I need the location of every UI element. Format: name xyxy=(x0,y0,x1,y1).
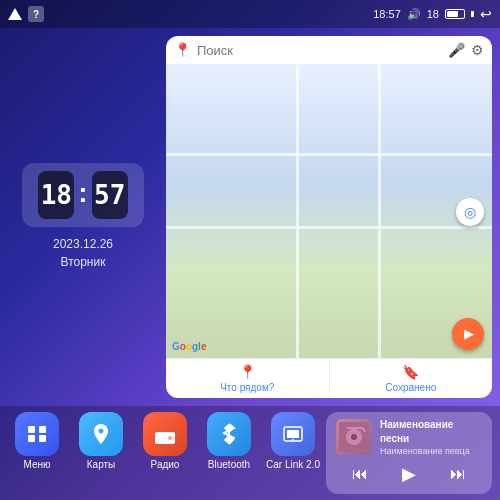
svg-rect-2 xyxy=(28,435,35,442)
app-menu[interactable]: Меню xyxy=(8,412,66,494)
svg-rect-6 xyxy=(157,436,165,438)
music-controls: ⏮ ▶ ⏭ xyxy=(336,456,482,488)
mic-icon[interactable]: 🎤 xyxy=(448,42,465,58)
clock-minutes: 57 xyxy=(92,171,128,219)
music-widget: Наименование песни Наименование певца ⏮ … xyxy=(326,412,492,494)
map-road xyxy=(296,65,299,358)
app-radio[interactable]: Радио xyxy=(136,412,194,494)
svg-point-13 xyxy=(351,434,357,440)
home-icon[interactable] xyxy=(8,8,22,20)
saved-icon: 🔖 xyxy=(402,364,419,380)
maps-app-icon xyxy=(79,412,123,456)
radio-label: Радио xyxy=(151,459,180,470)
map-nearby-button[interactable]: 📍 Что рядом? xyxy=(166,359,330,398)
left-panel: 18 : 57 2023.12.26 Вторник xyxy=(8,36,158,398)
map-road xyxy=(166,226,492,229)
music-artwork xyxy=(336,419,372,455)
map-pin-icon: 📍 xyxy=(174,42,191,58)
main-screen: ? 18:57 🔊 18 ↩ 18 : 57 2023.12.26 Вторни… xyxy=(0,0,500,500)
app-maps[interactable]: Карты xyxy=(72,412,130,494)
svg-rect-1 xyxy=(39,426,46,433)
return-icon[interactable]: ↩ xyxy=(480,6,492,22)
map-road xyxy=(166,153,492,156)
clock-separator: : xyxy=(78,177,87,213)
main-content: 18 : 57 2023.12.26 Вторник 📍 🎤 ⚙ xyxy=(0,28,500,406)
map-area[interactable]: Google ◎ ▶ xyxy=(166,65,492,358)
svg-rect-0 xyxy=(28,426,35,433)
music-artist: Наименование певца xyxy=(380,446,482,456)
clock-status: 18:57 xyxy=(373,8,401,20)
day-value: Вторник xyxy=(53,253,113,271)
date-display: 2023.12.26 Вторник xyxy=(53,235,113,271)
map-search-bar[interactable]: 📍 🎤 ⚙ xyxy=(166,36,492,65)
status-left-icons: ? xyxy=(8,6,44,22)
google-logo: Google xyxy=(172,341,206,352)
music-info: Наименование песни Наименование певца xyxy=(336,418,482,456)
next-button[interactable]: ⏭ xyxy=(444,460,472,488)
map-saved-button[interactable]: 🔖 Сохранено xyxy=(330,359,493,398)
nearby-label: Что рядом? xyxy=(220,382,274,393)
status-right: 18:57 🔊 18 ↩ xyxy=(373,6,492,22)
status-bar: ? 18:57 🔊 18 ↩ xyxy=(0,0,500,28)
maps-label: Карты xyxy=(87,459,116,470)
radio-app-icon xyxy=(143,412,187,456)
volume-icon: 🔊 xyxy=(407,8,421,21)
question-icon[interactable]: ? xyxy=(28,6,44,22)
battery-icon xyxy=(445,9,465,19)
nearby-icon: 📍 xyxy=(239,364,256,380)
svg-point-5 xyxy=(168,436,172,440)
play-button[interactable]: ▶ xyxy=(395,460,423,488)
battery-tip xyxy=(471,11,474,17)
menu-app-icon xyxy=(15,412,59,456)
bottom-section: Меню Карты xyxy=(0,406,500,500)
saved-label: Сохранено xyxy=(385,382,436,393)
apps-row: Меню Карты xyxy=(8,412,322,494)
map-bottom-bar: 📍 Что рядом? 🔖 Сохранено xyxy=(166,358,492,398)
music-text: Наименование песни Наименование певца xyxy=(380,418,482,456)
map-road xyxy=(378,65,381,358)
map-widget[interactable]: 📍 🎤 ⚙ Google ◎ ▶ xyxy=(166,36,492,398)
bluetooth-label: Bluetooth xyxy=(208,459,250,470)
app-carlink[interactable]: Car Link 2.0 xyxy=(264,412,322,494)
carlink-label: Car Link 2.0 xyxy=(266,459,320,470)
battery-level: 18 xyxy=(427,8,439,20)
map-nav-button[interactable]: ▶ xyxy=(452,318,484,350)
carlink-app-icon xyxy=(271,412,315,456)
menu-label: Меню xyxy=(23,459,50,470)
bluetooth-app-icon xyxy=(207,412,251,456)
music-title: Наименование песни xyxy=(380,418,482,446)
clock-hours: 18 xyxy=(38,171,74,219)
map-search-input[interactable] xyxy=(197,43,442,58)
date-value: 2023.12.26 xyxy=(53,235,113,253)
settings-icon[interactable]: ⚙ xyxy=(471,42,484,58)
map-locate-button[interactable]: ◎ xyxy=(456,198,484,226)
clock-widget: 18 : 57 xyxy=(22,163,143,227)
svg-rect-9 xyxy=(287,430,299,438)
app-bluetooth[interactable]: Bluetooth xyxy=(200,412,258,494)
svg-point-10 xyxy=(292,439,294,441)
svg-rect-3 xyxy=(39,435,46,442)
map-search-icons: 🎤 ⚙ xyxy=(448,42,484,58)
prev-button[interactable]: ⏮ xyxy=(346,460,374,488)
